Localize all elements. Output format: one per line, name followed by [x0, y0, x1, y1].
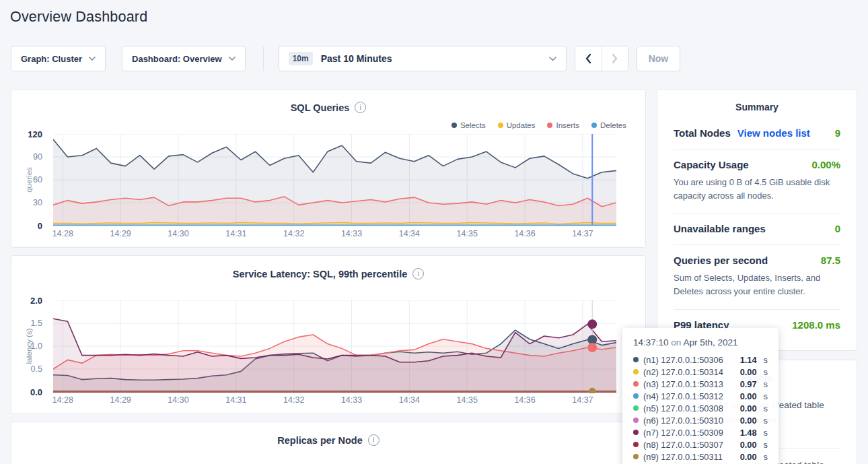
tooltip-node-value: 0.00 — [740, 391, 757, 401]
tooltip-node-unit: s — [764, 403, 768, 413]
overview-dashboard-page: Overview Dashboard Graph: Cluster Dashbo… — [0, 9, 868, 464]
chart-legend: SelectsUpdatesInsertsDeletes — [451, 121, 626, 129]
y-axis-label: latency (s) — [25, 328, 33, 364]
tooltip-rows: (n1) 127.0.0.1:503061.14s(n2) 127.0.0.1:… — [633, 354, 768, 463]
x-axis-ticks: 14:2814:2914:3014:3114:3214:3314:3414:35… — [53, 229, 616, 241]
tooltip-node-label: (n9) 127.0.0.1:50311 — [643, 452, 735, 462]
time-range-label: Past 10 Minutes — [321, 53, 541, 64]
sql-queries-plot[interactable] — [53, 134, 616, 227]
summary-row-total-nodes: Total Nodes View nodes list 9 — [674, 118, 840, 150]
summary-title: Summary — [674, 102, 840, 112]
summary-label: Queries per second — [674, 255, 814, 266]
series-dot-icon — [633, 442, 639, 447]
tooltip-node-value: 0.00 — [740, 440, 757, 450]
summary-description: Sum of Selects, Updates, Inserts, and De… — [674, 271, 840, 298]
tooltip-node-unit: s — [764, 428, 768, 438]
tooltip-node-row: (n9) 127.0.0.1:503110.00s — [633, 451, 768, 463]
replicas-per-node-panel: Replicas per Node i — [11, 422, 646, 464]
summary-label: Unavailable ranges — [674, 223, 828, 234]
sql-queries-chart[interactable]: 030609012014:2814:2914:3014:3114:3214:33… — [11, 134, 647, 243]
info-icon[interactable]: i — [355, 102, 366, 113]
legend-dot-icon — [498, 123, 503, 128]
chart-title-replicas-per-node: Replicas per Node — [277, 435, 363, 446]
dashboard-dropdown[interactable]: Dashboard: Overview — [122, 46, 246, 71]
y-axis-label: queries — [25, 167, 33, 193]
legend-item[interactable]: Updates — [498, 121, 536, 129]
info-icon[interactable]: i — [368, 434, 379, 446]
tooltip-node-row: (n6) 127.0.0.1:503100.00s — [633, 414, 768, 426]
series-dot-icon — [633, 405, 639, 411]
service-latency-panel: Service Latency: SQL, 99th percentile i … — [11, 255, 646, 414]
tooltip-node-unit: s — [764, 440, 768, 450]
tooltip-node-unit: s — [764, 391, 768, 401]
summary-label: Capacity Usage — [674, 159, 805, 170]
tooltip-node-row: (n8) 127.0.0.1:503070.00s — [633, 438, 768, 451]
summary-value: 1208.0 ms — [792, 319, 840, 331]
legend-dot-icon — [547, 123, 552, 128]
tooltip-node-label: (n5) 127.0.0.1:50308 — [643, 403, 735, 413]
time-range-picker[interactable]: 10m Past 10 Minutes — [279, 46, 567, 71]
series-dot-icon — [633, 357, 639, 362]
toolbar-divider — [263, 46, 264, 71]
legend-item[interactable]: Selects — [451, 121, 486, 129]
tooltip-node-unit: s — [764, 416, 768, 426]
summary-description: You are using 0 B of 4.5 GiB usable disk… — [674, 176, 840, 203]
tooltip-node-row: (n4) 127.0.0.1:503120.00s — [633, 390, 768, 402]
summary-row-queries-per-second: Queries per second 87.5 Sum of Selects, … — [674, 245, 840, 309]
summary-value: 9 — [835, 127, 840, 139]
tooltip-node-row: (n7) 127.0.0.1:503091.48s — [633, 426, 768, 438]
view-nodes-list-link[interactable]: View nodes list — [737, 127, 828, 139]
chevron-down-icon — [229, 57, 236, 61]
tooltip-node-row: (n2) 127.0.0.1:503140.00s — [633, 366, 768, 378]
summary-label: Total Nodes — [674, 127, 731, 139]
series-dot-icon — [633, 381, 639, 387]
tooltip-node-label: (n1) 127.0.0.1:50306 — [643, 355, 735, 365]
time-nav-arrows — [575, 46, 628, 71]
x-axis-ticks: 14:2814:2914:3014:3114:3214:3314:3414:35… — [53, 395, 616, 407]
series-dot-icon — [633, 430, 639, 435]
tooltip-timestamp: 14:37:10 on Apr 5th, 2021 — [633, 337, 768, 347]
tooltip-node-label: (n8) 127.0.0.1:50307 — [643, 440, 735, 450]
graph-dropdown[interactable]: Graph: Cluster — [11, 46, 106, 71]
series-dot-icon — [633, 369, 639, 374]
series-dot-icon — [633, 454, 639, 459]
time-next-button[interactable] — [602, 46, 628, 71]
chart-title-sql-queries: SQL Queries — [291, 102, 350, 113]
summary-row-unavailable-ranges: Unavailable ranges 0 — [674, 213, 840, 245]
tooltip-node-unit: s — [764, 452, 768, 462]
chart-title-service-latency: Service Latency: SQL, 99th percentile — [233, 269, 408, 279]
tooltip-node-row: (n3) 127.0.0.1:503130.97s — [633, 378, 768, 390]
now-button[interactable]: Now — [637, 46, 681, 71]
time-range-badge: 10m — [289, 52, 313, 65]
legend-dot-icon — [451, 123, 457, 128]
chevron-down-icon — [549, 57, 556, 61]
graph-dropdown-label: Graph: Cluster — [21, 54, 82, 64]
tooltip-node-value: 0.00 — [740, 452, 757, 462]
summary-panel: Summary Total Nodes View nodes list 9 Ca… — [657, 89, 857, 351]
chart-hover-tooltip: 14:37:10 on Apr 5th, 2021 (n1) 127.0.0.1… — [622, 328, 779, 464]
toolbar: Graph: Cluster Dashboard: Overview 10m P… — [11, 46, 857, 71]
summary-value: 87.5 — [821, 255, 840, 266]
tooltip-node-label: (n4) 127.0.0.1:50312 — [643, 391, 735, 401]
chevron-down-icon — [89, 57, 96, 61]
chevron-left-icon — [585, 53, 591, 64]
tooltip-node-value: 0.97 — [740, 379, 757, 389]
series-dot-icon — [633, 418, 639, 423]
legend-item[interactable]: Deletes — [591, 121, 626, 129]
summary-row-capacity-usage: Capacity Usage 0.00% You are using 0 B o… — [674, 150, 840, 213]
tooltip-node-label: (n3) 127.0.0.1:50313 — [643, 379, 735, 389]
time-prev-button[interactable] — [575, 46, 602, 71]
service-latency-chart[interactable]: 0.00.51.01.52.014:2814:2914:3014:3114:32… — [11, 300, 647, 409]
service-latency-plot[interactable] — [53, 300, 616, 393]
chevron-right-icon — [612, 53, 618, 64]
tooltip-node-unit: s — [764, 355, 768, 365]
legend-item[interactable]: Inserts — [547, 121, 579, 129]
tooltip-node-value: 1.14 — [740, 355, 757, 365]
sql-queries-panel: SQL Queries i SelectsUpdatesInsertsDelet… — [11, 89, 646, 248]
summary-value: 0 — [835, 223, 840, 234]
charts-column: SQL Queries i SelectsUpdatesInsertsDelet… — [11, 89, 646, 464]
info-icon[interactable]: i — [412, 268, 424, 279]
tooltip-node-row: (n1) 127.0.0.1:503061.14s — [633, 354, 768, 366]
tooltip-node-label: (n2) 127.0.0.1:50314 — [643, 367, 735, 377]
tooltip-node-row: (n5) 127.0.0.1:503080.00s — [633, 402, 768, 414]
